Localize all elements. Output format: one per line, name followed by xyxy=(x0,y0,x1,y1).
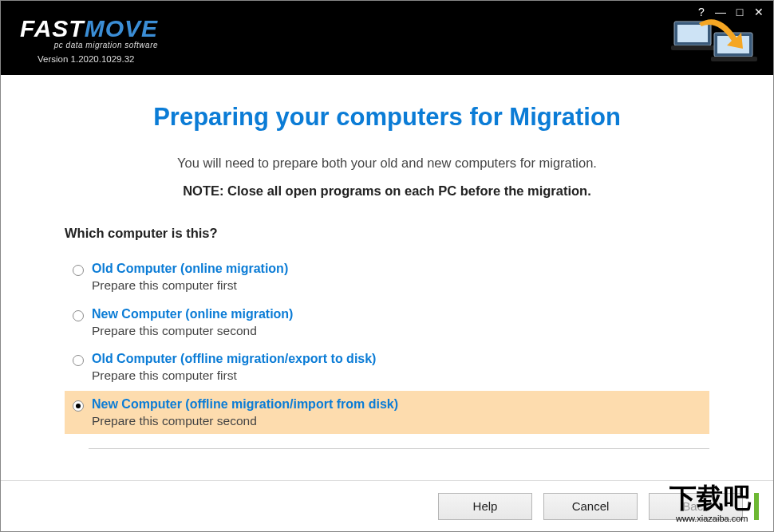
next-accent-bar xyxy=(754,493,759,520)
option-desc: Prepare this computer second xyxy=(92,413,703,429)
footer-bar: Help Cancel Back xyxy=(1,480,773,531)
option-text: Old Computer (online migration)Prepare t… xyxy=(92,260,703,294)
svg-rect-1 xyxy=(677,25,708,42)
back-button: Back xyxy=(649,493,743,520)
option-title: Old Computer (online migration) xyxy=(92,260,703,278)
option-desc: Prepare this computer first xyxy=(92,278,703,294)
help-button[interactable]: Help xyxy=(438,493,532,520)
migration-icon xyxy=(671,15,759,63)
logo-tagline: pc data migration software xyxy=(20,41,158,49)
logo-accent: MOVE xyxy=(85,15,158,41)
logo: FASTMOVE pc data migration software Vers… xyxy=(20,17,158,64)
radio-icon[interactable] xyxy=(73,310,84,321)
option-text: New Computer (online migration)Prepare t… xyxy=(92,305,703,340)
option-text: Old Computer (offline migration/export t… xyxy=(92,350,703,384)
option-row-1[interactable]: New Computer (online migration)Prepare t… xyxy=(65,301,709,345)
radio-icon[interactable] xyxy=(73,355,84,366)
option-row-3[interactable]: New Computer (offline migration/import f… xyxy=(65,391,709,435)
header-bar: ? — □ ✕ FASTMOVE pc data migration softw… xyxy=(1,1,773,75)
main-content: Preparing your computers for Migration Y… xyxy=(1,75,773,449)
option-text: New Computer (offline migration/import f… xyxy=(92,396,703,430)
option-desc: Prepare this computer first xyxy=(92,368,703,384)
option-title: New Computer (online migration) xyxy=(92,305,703,323)
divider xyxy=(89,448,709,449)
cancel-button[interactable]: Cancel xyxy=(543,493,638,520)
option-title: Old Computer (offline migration/export t… xyxy=(92,350,703,368)
option-desc: Prepare this computer second xyxy=(92,323,703,339)
svg-rect-2 xyxy=(671,45,716,50)
options-group: Old Computer (online migration)Prepare t… xyxy=(65,255,709,434)
option-row-0[interactable]: Old Computer (online migration)Prepare t… xyxy=(65,255,709,299)
radio-icon[interactable] xyxy=(73,400,84,412)
page-note: NOTE: Close all open programs on each PC… xyxy=(65,183,709,199)
option-row-2[interactable]: Old Computer (offline migration/export t… xyxy=(65,345,709,389)
version-label: Version 1.2020.1029.32 xyxy=(20,54,158,64)
computer-question: Which computer is this? xyxy=(65,226,709,241)
page-title: Preparing your computers for Migration xyxy=(65,103,709,132)
option-title: New Computer (offline migration/import f… xyxy=(92,396,703,413)
radio-icon[interactable] xyxy=(73,265,84,276)
svg-rect-5 xyxy=(711,57,757,61)
logo-main: FAST xyxy=(20,15,85,41)
page-subtitle: You will need to prepare both your old a… xyxy=(65,156,709,171)
